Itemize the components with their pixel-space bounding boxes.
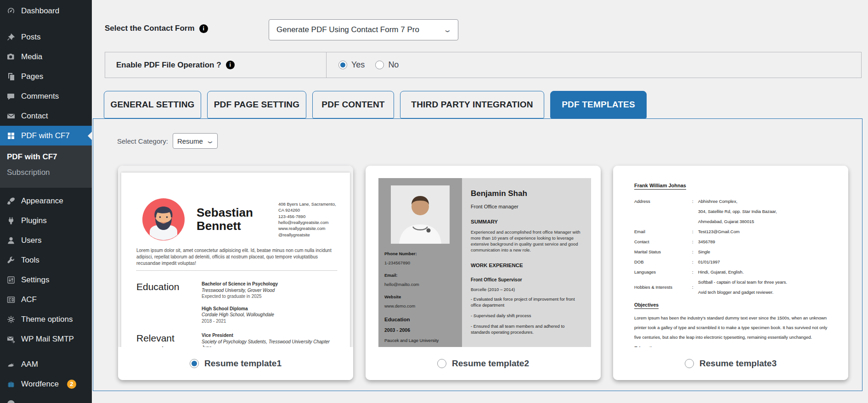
objectives-heading: Objectives xyxy=(634,302,659,309)
radio-resume-template3[interactable] xyxy=(685,359,694,368)
sidebar-item-label: Theme options xyxy=(21,315,73,324)
submenu-item-subscription[interactable]: Subscription xyxy=(0,165,92,180)
radio-resume-template2-label[interactable]: Resume template2 xyxy=(452,358,529,369)
resume3-preview: Frank William Johnas Address : Abhishree… xyxy=(613,166,848,347)
resume2-preview: Phone Number: 1-234567890 Email: hello@m… xyxy=(366,166,601,347)
grid-icon xyxy=(6,131,16,140)
sidebar-item-dashboard[interactable]: Dashboard xyxy=(0,1,92,21)
template-card-1: Sebastian Bennett 408 Byers Lane, Sacram… xyxy=(118,166,353,380)
website-label: Website xyxy=(384,294,456,299)
sidebar-item-label: PDF with CF7 xyxy=(21,131,70,140)
sidebar-item-wp-mail-smtp[interactable]: WP Mail SMTP xyxy=(0,329,92,349)
sidebar-item-label: Dashboard xyxy=(21,6,59,16)
email-value: hello@mailto.com xyxy=(384,282,456,287)
pdf-operation-box: Enable PDF File Operation ? i Yes No xyxy=(105,52,862,78)
sidebar-item-settings[interactable]: Settings xyxy=(0,270,92,290)
phone-label: Phone Number: xyxy=(384,251,456,256)
avatar-illustration xyxy=(142,198,185,241)
chevron-down-icon: ⌄ xyxy=(443,26,452,34)
sidebar-item-pdf-with-cf7[interactable]: PDF with CF7 xyxy=(0,126,92,146)
tab-pdf-content[interactable]: PDF CONTENT xyxy=(312,91,394,118)
sidebar-item-pages[interactable]: Pages xyxy=(0,67,92,86)
sidebar-item-theme-options[interactable]: Theme options xyxy=(0,309,92,329)
sidebar-item-aam[interactable]: AAM xyxy=(0,354,92,374)
sidebar-item-label: Posts xyxy=(21,33,41,42)
info-icon[interactable]: i xyxy=(226,61,235,69)
template3-footer: Resume template3 xyxy=(613,347,848,380)
radio-resume-template1-label[interactable]: Resume template1 xyxy=(204,358,282,369)
job-bullet: - Supervised daily shift process xyxy=(471,313,584,319)
resume1-summary: Lorem ipsum dolor sit, amet consectetur … xyxy=(136,247,337,266)
pushpin-icon xyxy=(6,33,16,42)
comment-bubble-icon xyxy=(6,92,16,101)
wordfence-icon xyxy=(6,380,16,389)
summary-heading: SUMMARY xyxy=(471,219,584,224)
radio-yes-label[interactable]: Yes xyxy=(351,60,365,70)
sidebar-item-posts[interactable]: Posts xyxy=(0,27,92,47)
pdf-operation-label-cell: Enable PDF File Operation ? i xyxy=(105,52,327,78)
radio-resume-template1[interactable] xyxy=(190,359,199,368)
sidebar-item-label: Pages xyxy=(21,72,43,81)
contact-form-label: Select the Contact Form xyxy=(105,24,195,33)
dashboard-icon xyxy=(6,6,16,16)
section-heading: Relevant Experience xyxy=(136,332,202,347)
sidebar-item-plugins[interactable]: Plugins xyxy=(0,211,92,230)
sidebar-item-partial[interactable] xyxy=(0,394,92,403)
sidebar-item-label: ACF xyxy=(21,295,37,304)
radio-no[interactable] xyxy=(375,61,384,69)
resume2-name: Benjamin Shah xyxy=(471,189,584,198)
user-icon xyxy=(6,236,16,245)
resume1-experience-section: Relevant Experience Vice President Socie… xyxy=(136,332,337,347)
wordfence-update-badge: 2 xyxy=(67,380,76,389)
education-heading: Education xyxy=(384,317,456,322)
tab-third-party-integration[interactable]: THIRD PARTY INTEGRATION xyxy=(400,91,544,118)
radio-resume-template2[interactable] xyxy=(437,359,446,368)
sidebar-item-label: Tools xyxy=(21,256,39,265)
mail-arrow-icon xyxy=(6,335,16,344)
sidebar-item-label: Media xyxy=(21,52,42,62)
objectives-text: Lorem Ipsum has been the industry's stan… xyxy=(634,313,829,342)
summary-text: Experienced and accomplished front offic… xyxy=(471,229,584,253)
job-bullet: - Ensured that all team members and adhe… xyxy=(471,324,584,336)
sliders-icon xyxy=(6,275,16,285)
sidebar-item-contact[interactable]: Contact xyxy=(0,106,92,126)
pdf-templates-panel: Select Category: Resume ⌄ xyxy=(93,118,862,391)
template-card-2: Phone Number: 1-234567890 Email: hello@m… xyxy=(366,166,601,380)
job-title: Front Office Supervisor xyxy=(471,277,584,282)
tab-pdf-templates[interactable]: PDF TEMPLATES xyxy=(550,91,647,118)
sidebar-item-wordfence[interactable]: Wordfence 2 xyxy=(0,374,92,394)
wrench-icon xyxy=(6,256,16,265)
tab-general-setting[interactable]: GENERAL SETTING xyxy=(104,91,201,118)
submenu-item-pdf-with-cf7[interactable]: PDF with CF7 xyxy=(0,149,92,165)
sidebar-item-media[interactable]: Media xyxy=(0,47,92,67)
sidebar-item-acf[interactable]: ACF xyxy=(0,290,92,309)
sidebar-item-comments[interactable]: Comments xyxy=(0,86,92,106)
template1-footer: Resume template1 xyxy=(118,347,353,380)
circle-icon xyxy=(6,399,16,403)
category-select[interactable]: Resume ⌄ xyxy=(173,133,218,149)
phone-value: 1-234567890 xyxy=(384,260,456,265)
chevron-down-icon: ⌄ xyxy=(206,137,215,145)
sidebar-item-label: Settings xyxy=(21,275,49,285)
camera-icon xyxy=(6,52,16,62)
resume1-preview: Sebastian Bennett 408 Byers Lane, Sacram… xyxy=(118,166,353,347)
radio-no-label[interactable]: No xyxy=(388,60,399,70)
sidebar-item-label: Contact xyxy=(21,112,48,121)
aam-icon xyxy=(6,360,16,369)
template2-footer: Resume template2 xyxy=(366,347,601,380)
radio-resume-template3-label[interactable]: Resume template3 xyxy=(699,358,777,369)
sidebar-item-label: Comments xyxy=(21,92,59,101)
sidebar-item-label: Appearance xyxy=(21,196,63,206)
info-icon[interactable]: i xyxy=(199,24,208,33)
tab-pdf-page-setting[interactable]: PDF PAGE SETTING xyxy=(207,91,306,118)
sidebar-item-users[interactable]: Users xyxy=(0,230,92,250)
envelope-icon xyxy=(6,112,16,121)
job-bullet: - Evaluated task force project of improv… xyxy=(471,297,584,308)
category-select-value: Resume xyxy=(177,137,203,145)
radio-yes[interactable] xyxy=(338,61,347,69)
sidebar-item-label: Users xyxy=(21,236,41,245)
pages-icon xyxy=(6,72,16,81)
sidebar-item-tools[interactable]: Tools xyxy=(0,250,92,270)
contact-form-select[interactable]: Generate PDF Using Contact Form 7 Pro ⌄ xyxy=(269,19,458,40)
sidebar-item-appearance[interactable]: Appearance xyxy=(0,191,92,211)
